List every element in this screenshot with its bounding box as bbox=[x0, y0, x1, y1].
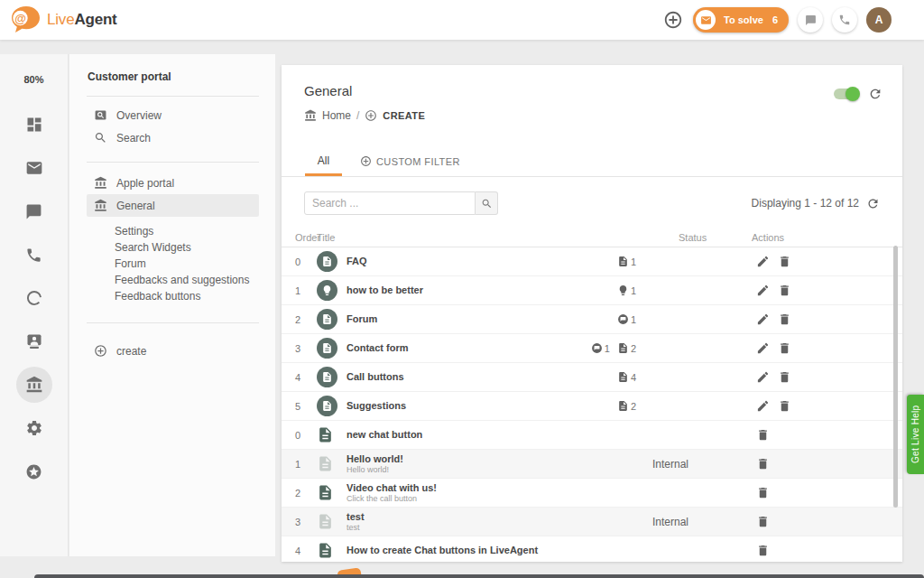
order-cell: 0 bbox=[295, 256, 317, 267]
general-panel: General Home / CREATE All CUSTOM FILTER … bbox=[282, 65, 902, 562]
table-row[interactable]: 4 Call buttons 4 bbox=[282, 363, 902, 392]
sidebar-item-search-widgets[interactable]: Search Widgets bbox=[69, 239, 275, 256]
delete-icon[interactable] bbox=[756, 428, 770, 442]
rail-item-contacts[interactable] bbox=[13, 320, 56, 363]
rail-item-customer-portal[interactable] bbox=[13, 363, 56, 406]
order-cell: 3 bbox=[295, 517, 317, 527]
row-title: Call buttons bbox=[346, 371, 617, 383]
sidebar-item-overview[interactable]: Overview bbox=[87, 104, 259, 126]
order-cell: 5 bbox=[295, 401, 317, 412]
to-solve-button[interactable]: To solve 6 bbox=[693, 7, 789, 33]
delete-icon[interactable] bbox=[778, 399, 791, 413]
calls-button[interactable] bbox=[832, 7, 857, 33]
document-circle-icon bbox=[317, 251, 337, 272]
sidebar-item-apple-portal[interactable]: Apple portal bbox=[87, 172, 259, 194]
sidebar-item-settings[interactable]: Settings bbox=[69, 223, 275, 239]
breadcrumb-create[interactable]: CREATE bbox=[383, 110, 425, 121]
row-title: FAQ bbox=[346, 256, 617, 267]
article-icon bbox=[317, 425, 334, 444]
edit-icon[interactable] bbox=[756, 370, 770, 384]
row-subtitle: test bbox=[346, 523, 636, 532]
edit-icon[interactable] bbox=[756, 284, 770, 297]
table-row[interactable]: 4 How to create Chat buttons in LiveAgen… bbox=[282, 536, 902, 562]
search-button[interactable] bbox=[476, 191, 498, 215]
sidebar-item-feedbacks-and-suggestions[interactable]: Feedbacks and suggestions bbox=[69, 272, 275, 288]
left-rail: 80% bbox=[0, 54, 69, 556]
idea-circle-icon bbox=[317, 280, 337, 301]
delete-icon[interactable] bbox=[778, 312, 791, 326]
get-live-help-button[interactable]: Get Live Help bbox=[907, 395, 924, 474]
rail-item-dashboard[interactable] bbox=[13, 103, 56, 146]
rail-item-calls[interactable] bbox=[13, 233, 56, 276]
sidebar-item-create[interactable]: create bbox=[87, 340, 259, 362]
table-header: Order Title Status Actions bbox=[282, 228, 902, 247]
article-count: 1 bbox=[617, 256, 636, 267]
delete-icon[interactable] bbox=[778, 341, 791, 355]
comment-count: 1 bbox=[617, 313, 636, 325]
tab-all[interactable]: All bbox=[305, 148, 342, 176]
refresh-icon[interactable] bbox=[868, 87, 882, 101]
table-row[interactable]: 1 how to be better 1 bbox=[282, 276, 902, 305]
rail-item-settings[interactable] bbox=[13, 406, 56, 450]
phone-icon bbox=[838, 14, 851, 26]
table-row[interactable]: 5 Suggestions 2 bbox=[282, 392, 902, 421]
liveagent-logo[interactable]: @ LiveAgent bbox=[0, 5, 117, 35]
image-search-icon bbox=[94, 108, 107, 122]
table-row[interactable]: 0 FAQ 1 bbox=[282, 247, 902, 276]
table-row[interactable]: 1 Hello world! Hello world! Internal bbox=[282, 450, 902, 479]
delete-icon[interactable] bbox=[756, 544, 770, 557]
bank-icon bbox=[94, 199, 107, 212]
delete-icon[interactable] bbox=[756, 457, 770, 471]
delete-icon[interactable] bbox=[778, 255, 791, 268]
dashboard-icon bbox=[25, 116, 43, 134]
edit-icon[interactable] bbox=[756, 312, 770, 326]
sidebar-item-general[interactable]: General bbox=[87, 194, 259, 217]
vertical-scrollbar[interactable] bbox=[893, 246, 898, 508]
chats-button[interactable] bbox=[798, 7, 823, 33]
search-icon bbox=[481, 198, 493, 210]
order-cell: 0 bbox=[295, 430, 317, 441]
rail-item-automation[interactable] bbox=[13, 276, 56, 320]
search-icon bbox=[94, 131, 107, 144]
divider bbox=[87, 322, 259, 323]
edit-icon[interactable] bbox=[756, 341, 770, 355]
delete-icon[interactable] bbox=[778, 370, 791, 384]
rail-item-premium[interactable] bbox=[13, 450, 56, 493]
table-row[interactable]: 2 Video chat with us! Click the call but… bbox=[282, 479, 902, 508]
table-row[interactable]: 3 Contact form 12 bbox=[282, 334, 902, 363]
gear-icon bbox=[25, 419, 43, 437]
sidebar-item-search[interactable]: Search bbox=[87, 126, 259, 149]
portal-enabled-toggle[interactable] bbox=[834, 89, 858, 99]
delete-icon[interactable] bbox=[778, 284, 791, 297]
document-circle-icon bbox=[317, 338, 337, 359]
row-title: Contact form bbox=[346, 342, 591, 354]
search-input[interactable] bbox=[304, 191, 476, 215]
article-count: 2 bbox=[617, 400, 636, 412]
circle-icon bbox=[25, 289, 43, 307]
chat-icon bbox=[25, 203, 42, 220]
sidebar-item-feedback-buttons[interactable]: Feedback buttons bbox=[69, 288, 275, 304]
edit-icon[interactable] bbox=[756, 255, 770, 268]
delete-icon[interactable] bbox=[756, 486, 770, 499]
rail-item-chats[interactable] bbox=[13, 190, 56, 233]
tab-custom-filter[interactable]: CUSTOM FILTER bbox=[360, 148, 460, 176]
idea-count: 1 bbox=[617, 284, 636, 296]
add-button[interactable] bbox=[662, 9, 684, 31]
contact-card-icon bbox=[25, 332, 43, 350]
breadcrumb-home[interactable]: Home bbox=[322, 109, 351, 122]
table-row[interactable]: 0 new chat button bbox=[282, 421, 902, 450]
comment-icon bbox=[591, 342, 603, 354]
table-row[interactable]: 2 Forum 1 bbox=[282, 305, 902, 334]
document-circle-icon bbox=[317, 367, 337, 387]
edit-icon[interactable] bbox=[756, 399, 770, 413]
row-title: How to create Chat buttons in LiveAgent bbox=[346, 545, 636, 556]
delete-icon[interactable] bbox=[756, 515, 770, 528]
rail-item-tickets[interactable] bbox=[13, 146, 56, 190]
order-cell: 3 bbox=[295, 343, 317, 354]
row-title: Video chat with us! bbox=[346, 482, 636, 494]
bank-icon bbox=[304, 109, 317, 122]
refresh-icon[interactable] bbox=[866, 197, 880, 210]
sidebar-item-forum[interactable]: Forum bbox=[69, 256, 275, 272]
avatar[interactable]: A bbox=[866, 7, 892, 33]
table-row[interactable]: 3 test test Internal bbox=[282, 508, 902, 536]
